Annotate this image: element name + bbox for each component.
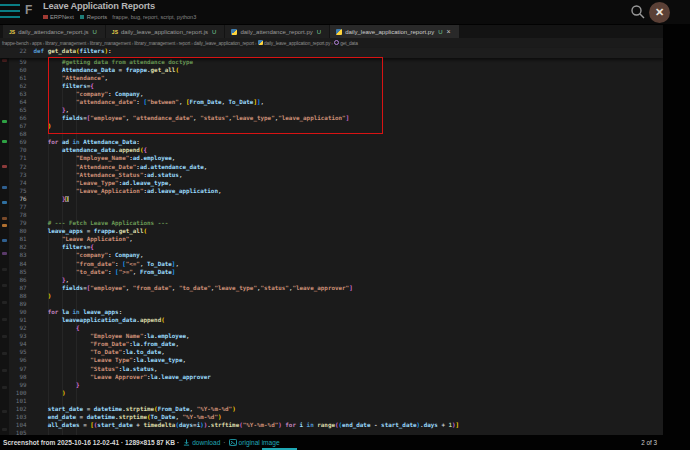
- topic-title[interactable]: Leave Application Reports: [43, 1, 155, 11]
- forum-header: F Leave Application Reports ERPNext Repo…: [0, 0, 690, 24]
- breadcrumb-item[interactable]: library_management: [134, 41, 175, 46]
- vscode-screenshot: JSdaily_attendance_report.jsUJSdaily_lea…: [0, 25, 663, 435]
- code-line: 102 start_date = datetime.strptime(From_…: [0, 405, 663, 413]
- topic-tags[interactable]: frappe, bug, report, script, python3: [112, 14, 196, 20]
- line-number: 94: [0, 340, 27, 348]
- breadcrumb-item[interactable]: library_management: [90, 41, 131, 46]
- breadcrumb-item[interactable]: frappe-bench: [2, 41, 28, 46]
- py-file-icon: [336, 29, 342, 35]
- line-number: 84: [0, 260, 27, 268]
- line-number: 97: [0, 365, 27, 373]
- line-number: 92: [0, 324, 27, 332]
- breadcrumb-separator: ›: [29, 41, 30, 46]
- category-badge-icon: [43, 15, 48, 20]
- code-line: 72 "Attendance_Date":ad.attendance_date,: [0, 163, 663, 171]
- page-indicator: 2 of 3: [641, 439, 657, 446]
- code-line: 86 },: [0, 276, 663, 284]
- frappe-logo[interactable]: F: [25, 3, 32, 17]
- code-line: 90 for la in leave_apps:: [0, 308, 663, 316]
- code-line: 82 filters={: [0, 243, 663, 251]
- line-number: 70: [0, 146, 27, 154]
- line-number: 81: [0, 235, 27, 243]
- tab-label: daily_leave_application_report.js: [121, 29, 208, 35]
- code-line: 85 "to_date": [">=", From_Date]: [0, 268, 663, 276]
- hamburger-menu-icon[interactable]: [0, 4, 20, 21]
- line-number: 75: [0, 187, 27, 195]
- line-number: 83: [0, 251, 27, 259]
- editor-tab[interactable]: JSdaily_leave_application_report.jsU: [106, 25, 225, 38]
- line-number: 74: [0, 179, 27, 187]
- user-avatar[interactable]: ✕: [649, 2, 670, 23]
- close-tab-icon[interactable]: ×: [447, 28, 451, 35]
- tab-label: daily_attendance_report.py: [240, 29, 312, 35]
- line-number: 99: [0, 381, 27, 389]
- line-number: 69: [0, 138, 27, 146]
- line-number: 91: [0, 316, 27, 324]
- category-label[interactable]: ERPNext: [50, 14, 74, 20]
- search-icon[interactable]: [630, 4, 646, 20]
- screenshot-meta: Screenshot from 2025-10-16 12-02-41 · 12…: [3, 439, 179, 446]
- breadcrumb-item[interactable]: daily_leave_application_report: [194, 41, 254, 46]
- line-number: 68: [0, 130, 27, 138]
- code-line: 70 attendance_data.append({: [0, 146, 663, 154]
- method-icon: [334, 40, 339, 45]
- line-number: 60: [0, 66, 27, 74]
- line-number: 103: [0, 413, 27, 421]
- editor-tab[interactable]: JSdaily_attendance_report.jsU: [3, 25, 105, 38]
- line-number: 85: [0, 268, 27, 276]
- code-line: 71 "Employee_Name":ad.employee,: [0, 154, 663, 162]
- line-number: 87: [0, 284, 27, 292]
- line-number: 78: [0, 211, 27, 219]
- download-link[interactable]: download: [192, 439, 220, 446]
- line-number: 90: [0, 308, 27, 316]
- code-line: 103 end_date = datetime.strptime(To_Date…: [0, 413, 663, 421]
- breadcrumb-item[interactable]: get_data: [334, 40, 358, 46]
- tab-modified-badge: U: [317, 29, 321, 35]
- code-line: 97 "Status":la.status,: [0, 365, 663, 373]
- tab-modified-badge: U: [212, 29, 216, 35]
- breadcrumb: frappe-bench›apps›library_management›lib…: [0, 38, 663, 48]
- editor-tab[interactable]: daily_leave_application_report.pyU×: [330, 25, 459, 38]
- code-line: 74 "Leave_Type":ad.leave_type,: [0, 179, 663, 187]
- breadcrumb-separator: ›: [255, 41, 256, 46]
- line-number: 93: [0, 332, 27, 340]
- tab-bar: JSdaily_attendance_report.jsUJSdaily_lea…: [0, 25, 663, 38]
- tab-label: daily_attendance_report.js: [18, 29, 88, 35]
- code-line: 88 ): [0, 292, 663, 300]
- py-file-icon: [231, 29, 237, 35]
- subcategory-label[interactable]: Reports: [87, 14, 107, 20]
- code-line: 77: [0, 203, 663, 211]
- original-image-link[interactable]: original image: [239, 439, 280, 446]
- editor-tab[interactable]: daily_attendance_report.pyU: [225, 25, 329, 38]
- line-number: 64: [0, 98, 27, 106]
- code-line: 81 "Leave Application",: [0, 235, 663, 243]
- page: F Leave Application Reports ERPNext Repo…: [0, 0, 690, 450]
- code-line: 78: [0, 211, 663, 219]
- tab-modified-badge: U: [438, 29, 442, 35]
- breadcrumb-item[interactable]: report: [179, 41, 191, 46]
- breadcrumb-item[interactable]: library_management: [45, 41, 86, 46]
- code-line: 95 "To_Date":la.to_date,: [0, 348, 663, 356]
- js-file-icon: JS: [9, 29, 15, 35]
- code-line: 93 "Employee Name":la.employee,: [0, 332, 663, 340]
- line-number: 101: [0, 397, 27, 405]
- code-line: 105: [0, 429, 663, 435]
- line-number: 72: [0, 163, 27, 171]
- line-number: 79: [0, 219, 27, 227]
- line-number: 59: [0, 58, 27, 66]
- line-number: 89: [0, 300, 27, 308]
- breadcrumb-item[interactable]: apps: [32, 41, 42, 46]
- breadcrumb-item[interactable]: daily_leave_application_report.py: [258, 40, 331, 46]
- code-line: 75 "Leave_Application":ad.leave_applicat…: [0, 187, 663, 195]
- code-line: 101: [0, 397, 663, 405]
- line-number: 62: [0, 82, 27, 90]
- code-line: 76 }): [0, 195, 663, 203]
- line-number: 96: [0, 356, 27, 364]
- tab-modified-badge: U: [93, 29, 97, 35]
- line-number: 104: [0, 421, 27, 429]
- code-line: 83 "company": Company,: [0, 251, 663, 259]
- code-line: 69 for ad in Attendance_Data:: [0, 138, 663, 146]
- line-number: 76: [0, 195, 27, 203]
- topic-meta: ERPNext Reports frappe, bug, report, scr…: [43, 13, 196, 21]
- tab-label: daily_leave_application_report.py: [345, 29, 434, 35]
